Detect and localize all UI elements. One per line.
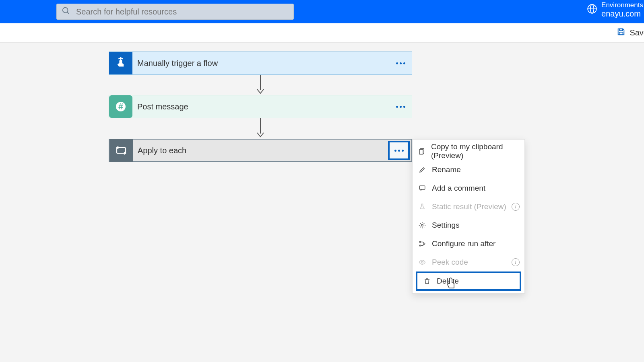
menu-comment-label: Add a comment bbox=[432, 184, 485, 193]
save-icon bbox=[617, 27, 625, 38]
environment-switcher[interactable]: Environments enayu.com bbox=[587, 2, 644, 18]
branch-icon bbox=[418, 240, 426, 247]
clipboard-icon bbox=[418, 148, 425, 155]
touch-icon bbox=[109, 52, 132, 74]
menu-configure-run-after[interactable]: Configure run after bbox=[413, 234, 524, 253]
step-post-message-label: Post message bbox=[132, 102, 389, 111]
environment-text: Environments enayu.com bbox=[601, 2, 643, 18]
menu-delete[interactable]: Delete bbox=[416, 272, 521, 291]
menu-peek-code: Peek code i bbox=[413, 253, 524, 272]
step-apply-label: Apply to each bbox=[133, 146, 388, 155]
menu-add-comment[interactable]: Add a comment bbox=[413, 179, 524, 197]
menu-delete-label: Delete bbox=[437, 277, 459, 286]
gear-icon bbox=[418, 222, 426, 229]
menu-settings[interactable]: Settings bbox=[413, 216, 524, 234]
connector-arrow bbox=[256, 75, 265, 95]
svg-rect-5 bbox=[620, 29, 623, 31]
step-post-message[interactable]: # Post message bbox=[109, 95, 412, 118]
context-menu: Copy to my clipboard (Preview) Rename Ad… bbox=[412, 139, 525, 294]
menu-rename-label: Rename bbox=[432, 165, 461, 174]
pencil-icon bbox=[418, 166, 426, 173]
menu-settings-label: Settings bbox=[432, 221, 460, 230]
menu-copy-label: Copy to my clipboard (Preview) bbox=[431, 142, 519, 160]
svg-rect-14 bbox=[419, 186, 425, 189]
info-icon: i bbox=[512, 258, 520, 266]
app-header: Environments enayu.com bbox=[0, 0, 644, 23]
environment-value: enayu.com bbox=[601, 9, 643, 18]
hashtag-icon: # bbox=[109, 95, 132, 118]
save-button[interactable]: Save bbox=[617, 27, 644, 38]
search-input[interactable] bbox=[76, 7, 289, 16]
step-post-more-button[interactable] bbox=[389, 95, 412, 118]
svg-text:#: # bbox=[118, 102, 123, 111]
svg-point-15 bbox=[421, 224, 423, 226]
svg-point-17 bbox=[419, 245, 421, 246]
loop-icon bbox=[109, 139, 133, 162]
svg-line-1 bbox=[67, 12, 69, 14]
menu-copy-clipboard[interactable]: Copy to my clipboard (Preview) bbox=[413, 142, 524, 160]
svg-point-16 bbox=[419, 241, 421, 243]
flask-icon bbox=[418, 203, 426, 210]
svg-point-0 bbox=[63, 8, 68, 13]
svg-rect-13 bbox=[419, 150, 423, 154]
menu-peek-label: Peek code bbox=[432, 258, 468, 267]
menu-static-result: Static result (Preview) i bbox=[413, 197, 524, 216]
connector-arrow bbox=[256, 118, 265, 138]
command-bar: Save bbox=[0, 23, 644, 43]
menu-static-label: Static result (Preview) bbox=[432, 202, 506, 211]
globe-icon bbox=[587, 4, 597, 16]
step-trigger[interactable]: Manually trigger a flow bbox=[109, 51, 412, 75]
step-trigger-more-button[interactable] bbox=[389, 52, 412, 74]
search-box[interactable] bbox=[56, 4, 294, 20]
save-label: Save bbox=[630, 28, 644, 37]
step-trigger-label: Manually trigger a flow bbox=[132, 59, 389, 68]
svg-rect-6 bbox=[619, 32, 623, 35]
flow-canvas: Manually trigger a flow # Post message bbox=[0, 43, 644, 362]
step-apply-to-each[interactable]: Apply to each bbox=[109, 139, 412, 162]
menu-runafter-label: Configure run after bbox=[432, 239, 495, 248]
search-icon bbox=[62, 6, 70, 17]
eye-icon bbox=[418, 259, 426, 266]
step-apply-more-button[interactable] bbox=[388, 141, 410, 160]
trash-icon bbox=[423, 278, 431, 285]
menu-rename[interactable]: Rename bbox=[413, 160, 524, 179]
comment-icon bbox=[418, 185, 426, 192]
environment-label: Environments bbox=[601, 2, 643, 9]
info-icon: i bbox=[512, 203, 520, 211]
svg-point-19 bbox=[421, 261, 423, 263]
